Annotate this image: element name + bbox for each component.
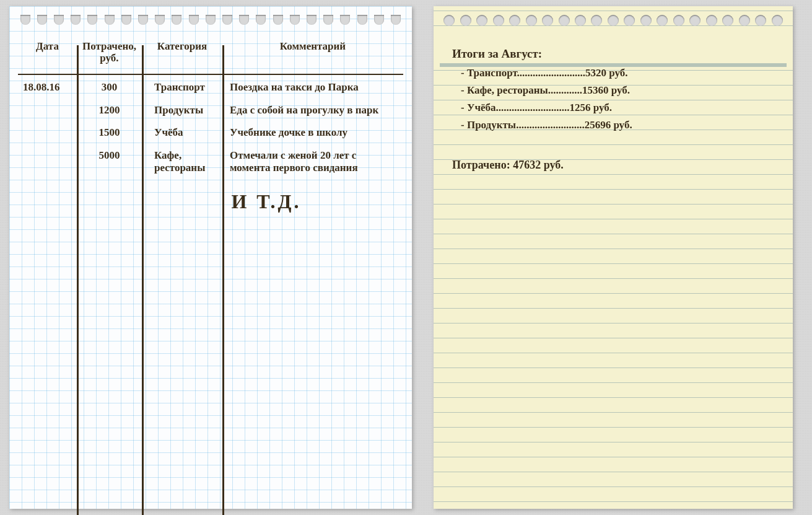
grid-notepad: Дата Потрачено, руб. Категория Комментар… bbox=[9, 6, 412, 509]
dots: .......................... bbox=[517, 67, 586, 79]
column-divider bbox=[142, 45, 144, 515]
cell-date bbox=[18, 126, 77, 139]
etc-label: и т.д. bbox=[129, 190, 403, 213]
cell-category: Учёба bbox=[142, 126, 222, 139]
expense-ledger: Дата Потрачено, руб. Категория Комментар… bbox=[9, 31, 412, 515]
lined-notepad: Итоги за Август: - Транспорт............… bbox=[434, 6, 793, 509]
cell-spent: 5000 bbox=[77, 149, 142, 175]
list-item: - Продукты..........................2569… bbox=[452, 117, 774, 134]
dots: ............. bbox=[548, 84, 582, 96]
summary-value: 15360 руб. bbox=[582, 84, 630, 96]
total-label: Потрачено: bbox=[452, 159, 510, 171]
header-comment: Комментарий bbox=[222, 37, 403, 68]
month-summary: Итоги за Август: - Транспорт............… bbox=[434, 31, 793, 182]
summary-label: Учёба bbox=[467, 102, 496, 113]
summary-value: 5320 руб. bbox=[585, 67, 628, 79]
cell-category: Кафе, рестораны bbox=[142, 149, 222, 175]
summary-label: Продукты bbox=[467, 119, 516, 131]
cell-spent: 1200 bbox=[77, 104, 142, 117]
summary-label: Транспорт bbox=[467, 67, 517, 79]
list-item: - Учёба............................1256 … bbox=[452, 99, 774, 117]
cell-comment: Поездка на такси до Парка bbox=[222, 81, 403, 94]
table-row: 1200 Продукты Еда с собой на прогулку в … bbox=[18, 98, 403, 120]
dots: .......................... bbox=[516, 119, 585, 131]
summary-total: Потрачено: 47632 руб. bbox=[452, 159, 774, 172]
ledger-body: 18.08.16 300 Транспорт Поездка на такси … bbox=[18, 75, 403, 509]
cell-comment: Еда с собой на прогулку в парк bbox=[222, 104, 403, 117]
ledger-header-row: Дата Потрачено, руб. Категория Комментар… bbox=[18, 37, 403, 75]
column-divider bbox=[77, 45, 79, 515]
summary-title: Итоги за Август: bbox=[452, 47, 774, 61]
spiral-binding bbox=[9, 6, 412, 31]
total-value: 47632 руб. bbox=[513, 159, 564, 171]
table-row: 18.08.16 300 Транспорт Поездка на такси … bbox=[18, 75, 403, 97]
cell-category: Транспорт bbox=[142, 81, 222, 94]
cell-comment: Учебнике дочке в школу bbox=[222, 126, 403, 139]
cell-date: 18.08.16 bbox=[18, 81, 77, 94]
column-divider bbox=[222, 45, 224, 515]
dots: ............................ bbox=[496, 102, 570, 113]
header-spent: Потрачено, руб. bbox=[77, 37, 142, 68]
table-row: 5000 Кафе, рестораны Отмечали с женой 20… bbox=[18, 143, 403, 178]
cell-date bbox=[18, 104, 77, 117]
cell-category: Продукты bbox=[142, 104, 222, 117]
table-row: 1500 Учёба Учебнике дочке в школу bbox=[18, 120, 403, 143]
cell-comment: Отмечали с женой 20 лет с момента первог… bbox=[222, 149, 403, 175]
summary-value: 25696 руб. bbox=[585, 119, 632, 131]
summary-value: 1256 руб. bbox=[570, 102, 613, 113]
header-date: Дата bbox=[18, 37, 77, 68]
spiral-binding bbox=[434, 6, 793, 31]
header-category: Категория bbox=[142, 37, 222, 68]
cell-date bbox=[18, 149, 77, 175]
list-item: - Кафе, рестораны.............15360 руб. bbox=[452, 82, 774, 99]
summary-label: Кафе, рестораны bbox=[467, 84, 548, 96]
list-item: - Транспорт..........................532… bbox=[452, 64, 774, 82]
cell-spent: 300 bbox=[77, 81, 142, 94]
cell-spent: 1500 bbox=[77, 126, 142, 139]
